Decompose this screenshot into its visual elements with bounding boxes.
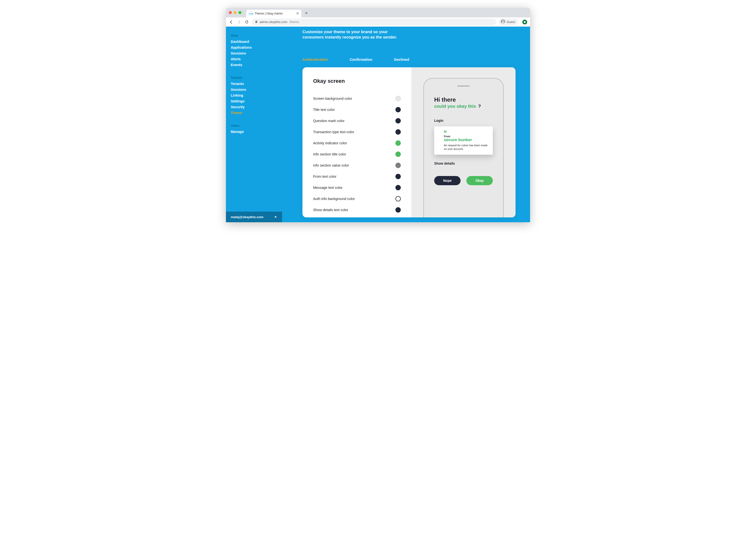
sidebar-item-applications[interactable]: Applications xyxy=(231,45,277,50)
sidebar-item-manage[interactable]: Manage xyxy=(231,129,277,135)
account-footer[interactable]: matej@okaythis.com xyxy=(226,212,282,222)
color-setting-label: Info section title color xyxy=(313,152,346,156)
color-swatch[interactable] xyxy=(395,140,401,146)
sidebar-item-events[interactable]: Events xyxy=(231,62,277,68)
color-setting-label: Show details text color xyxy=(313,208,348,212)
sidebar-item-sessions2[interactable]: Sessions xyxy=(231,87,277,92)
color-setting-row: Info section title color xyxy=(313,149,401,160)
color-setting-row: Question mark color xyxy=(313,115,401,126)
tab-close-icon[interactable] xyxy=(296,12,299,15)
browser-tab[interactable]: okay Theme | Okay Admin xyxy=(246,10,301,17)
color-setting-label: Info section value color xyxy=(313,163,349,167)
sidebar-item-security[interactable]: Security xyxy=(231,104,277,110)
url-host: admin.okaythis.com xyxy=(259,20,288,24)
mock-decline-button[interactable]: Nope xyxy=(434,176,461,185)
browser-addressbar: admin.okaythis.com/theme Guest xyxy=(226,17,530,27)
mock-transaction-type: Login xyxy=(434,118,493,122)
sidebar: Okay Dashboard Applications Sessions Ale… xyxy=(226,27,282,222)
phone-speaker-icon xyxy=(457,85,470,87)
window-controls xyxy=(229,11,241,14)
color-swatch[interactable] xyxy=(395,174,401,179)
tab-confirmation[interactable]: Confirmation xyxy=(350,57,372,61)
sidebar-group-label: Tenants xyxy=(231,76,277,80)
color-swatch[interactable] xyxy=(395,207,401,213)
mock-info-logo-icon: M xyxy=(444,130,489,133)
mock-info-card: M From secure bunker An request for colo… xyxy=(434,126,493,155)
color-setting-row: Activity indicator color xyxy=(313,138,401,149)
new-tab-button[interactable] xyxy=(304,11,309,16)
color-setting-row: Show details text color xyxy=(313,204,401,216)
svg-point-1 xyxy=(502,20,504,22)
url-field[interactable]: admin.okaythis.com/theme xyxy=(252,18,496,25)
view-tabs: Authentication Confirmation Declined xyxy=(302,57,516,61)
nav-back-button[interactable] xyxy=(229,19,234,24)
color-swatch[interactable] xyxy=(395,118,401,123)
sidebar-group-label: Okay xyxy=(231,34,277,37)
phone-mock: Hi there could you okay this ? Login M F… xyxy=(423,78,504,218)
favicon-icon: okay xyxy=(249,12,253,16)
sidebar-item-tenants[interactable]: Tenants xyxy=(231,81,277,87)
mock-subtitle: could you okay this ? xyxy=(434,104,493,109)
hero-description: Customize your theme to your brand so yo… xyxy=(302,29,399,40)
color-setting-row: From text color xyxy=(313,171,401,182)
sidebar-item-settings[interactable]: Settings xyxy=(231,98,277,104)
color-setting-label: Transaction type text color xyxy=(313,130,354,134)
tab-declined[interactable]: Declined xyxy=(394,57,409,61)
sidebar-group-label: Users xyxy=(231,124,277,127)
url-path: /theme xyxy=(290,20,299,24)
sidebar-item-linking[interactable]: Linking xyxy=(231,92,277,98)
mock-info-message: An request for colors has been made on y… xyxy=(444,144,489,151)
browser-window: okay Theme | Okay Admin admin.okaythis.c… xyxy=(226,8,530,222)
color-setting-row: Screen background color xyxy=(313,93,401,104)
preview-panel: Hi there could you okay this ? Login M F… xyxy=(411,67,516,218)
mock-actions: Nope Okay xyxy=(434,176,493,185)
color-swatch[interactable] xyxy=(395,107,401,112)
main-area: Customize your theme to your brand so yo… xyxy=(282,27,530,222)
profile-chip[interactable]: Guest xyxy=(499,18,518,25)
color-swatch[interactable] xyxy=(395,196,401,201)
sidebar-item-theme[interactable]: Theme xyxy=(231,110,277,116)
mock-confirm-button[interactable]: Okay xyxy=(466,176,493,185)
color-swatch[interactable] xyxy=(395,129,401,135)
color-swatch[interactable] xyxy=(395,151,401,157)
color-swatch[interactable] xyxy=(395,185,401,190)
mock-info-from-value: secure bunker xyxy=(444,138,489,142)
color-setting-row: Title text color xyxy=(313,104,401,115)
color-setting-label: Title text color xyxy=(313,108,335,112)
sidebar-item-alerts[interactable]: Alerts xyxy=(231,56,277,62)
sidebar-item-dashboard[interactable]: Dashboard xyxy=(231,39,277,45)
color-setting-row: Auth info background color xyxy=(313,193,401,204)
extension-icon[interactable] xyxy=(522,19,527,24)
color-swatch[interactable] xyxy=(395,163,401,168)
color-setting-label: Message text color xyxy=(313,186,343,189)
color-setting-label: Screen background color xyxy=(313,97,352,100)
settings-panel: Okay screen Screen background colorTitle… xyxy=(302,67,411,218)
window-close-dot[interactable] xyxy=(229,11,232,14)
color-setting-label: Activity indicator color xyxy=(313,141,347,145)
editor-card: Okay screen Screen background colorTitle… xyxy=(302,67,516,218)
nav-reload-button[interactable] xyxy=(244,19,249,24)
color-setting-label: Auth info background color xyxy=(313,197,355,201)
color-setting-row: Info section value color xyxy=(313,160,401,171)
tab-authentication[interactable]: Authentication xyxy=(302,57,328,61)
account-email: matej@okaythis.com xyxy=(231,215,263,219)
sidebar-item-sessions[interactable]: Sessions xyxy=(231,50,277,56)
tab-title: Theme | Okay Admin xyxy=(255,12,283,15)
mock-info-from-label: From xyxy=(444,135,489,138)
color-setting-label: Question mark color xyxy=(313,119,345,123)
color-swatch[interactable] xyxy=(395,96,401,101)
lock-icon xyxy=(255,20,258,24)
nav-forward-button[interactable] xyxy=(237,19,241,24)
mock-show-details[interactable]: Show details xyxy=(434,161,493,165)
color-setting-row: Message text color xyxy=(313,182,401,193)
browser-tabbar: okay Theme | Okay Admin xyxy=(226,8,530,17)
window-zoom-dot[interactable] xyxy=(239,11,241,14)
avatar-icon xyxy=(501,19,505,24)
mock-question-mark: ? xyxy=(478,104,481,109)
app-viewport: Okay Dashboard Applications Sessions Ale… xyxy=(226,27,530,222)
mock-title: Hi there xyxy=(434,96,493,103)
caret-up-icon xyxy=(274,215,277,219)
panel-title: Okay screen xyxy=(313,78,401,84)
color-setting-label: From text color xyxy=(313,175,337,179)
window-minimize-dot[interactable] xyxy=(234,11,237,14)
